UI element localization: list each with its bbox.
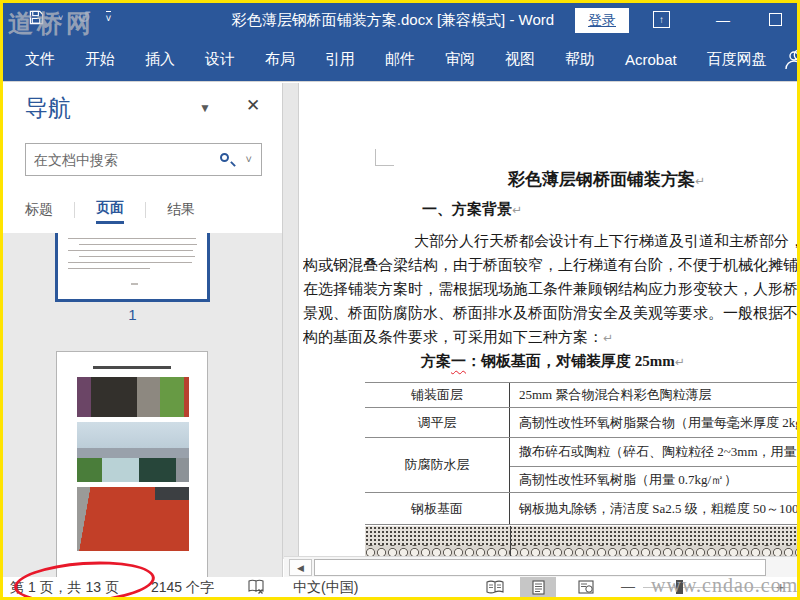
table-cell-label: 钢板基面 xyxy=(365,493,510,524)
paragraph-line: 构或钢混叠合梁结构，由于桥面较窄，上行梯道有台阶，不便于机械化摊铺施工。 xyxy=(303,253,797,277)
tab-help[interactable]: 帮助 xyxy=(550,50,610,69)
scroll-left-arrow[interactable]: ◀ xyxy=(289,559,312,576)
save-icon[interactable] xyxy=(29,10,44,25)
tab-mailings[interactable]: 邮件 xyxy=(370,50,430,69)
web-layout-icon[interactable] xyxy=(568,577,604,597)
table-cell-content: 高韧性改性环氧树脂（用量 0.7kg/㎡） xyxy=(510,467,797,492)
page-thumbnail-1-selected[interactable] xyxy=(55,233,210,302)
table-cell-content: 撒布碎石或陶粒（碎石、陶粒粒径 2~3mm，用量 2kg/平方米） xyxy=(510,438,797,467)
cross-section-diagram-image xyxy=(365,526,797,556)
account-person-icon[interactable] xyxy=(783,49,800,74)
table-divider-extension xyxy=(510,526,511,556)
tab-review[interactable]: 审阅 xyxy=(430,50,490,69)
sign-in-button[interactable]: 登录 xyxy=(575,8,629,33)
navigation-pane-title: 导航 xyxy=(25,93,71,124)
navtab-headings[interactable]: 标题 xyxy=(25,197,53,223)
document-canvas: 彩色薄层钢桥面铺装方案↵ 一、方案背景↵ 大部分人行天桥都会设计有上下行梯道及引… xyxy=(283,83,797,559)
search-dropdown-icon[interactable]: ˅ xyxy=(246,153,252,165)
table-row: 钢板基面 钢板抛丸除锈，清洁度 Sa2.5 级，粗糙度 50～100μm xyxy=(365,493,797,525)
save-dropdown-icon[interactable]: ˅ xyxy=(58,13,63,23)
tab-file[interactable]: 文件 xyxy=(10,50,70,69)
scrollbar-thumb[interactable] xyxy=(314,559,766,576)
navigation-options-caret-icon[interactable]: ▼ xyxy=(199,101,211,115)
window-title: 彩色薄层钢桥面铺装方案.docx [兼容模式] - Word xyxy=(183,11,603,30)
pilcrow-mark: ↵ xyxy=(695,174,705,188)
zoom-slider-track[interactable] xyxy=(643,587,789,588)
undo-icon[interactable]: ↺ xyxy=(77,9,91,26)
tab-design[interactable]: 设计 xyxy=(190,50,250,69)
text-boundary-cropmark xyxy=(375,149,394,166)
status-bar: 第 1 页，共 13 页 2145 个字 中文(中国) — ＋ www.cnda… xyxy=(3,577,797,597)
tab-home[interactable]: 开始 xyxy=(70,50,130,69)
document-paragraph: 大部分人行天桥都会设计有上下行梯道及引道和主桥部分，通常会采用钢结 构或钢混叠合… xyxy=(303,229,797,350)
document-search-box: ˅ xyxy=(25,143,262,176)
document-title-text: 彩色薄层钢桥面铺装方案↵ xyxy=(508,168,705,191)
tab-layout[interactable]: 布局 xyxy=(250,50,310,69)
tab-baidu-netdisk[interactable]: 百度网盘 xyxy=(692,50,782,69)
horizontal-scrollbar: ◀ xyxy=(284,556,797,577)
thumbnail-photo-bridge xyxy=(77,422,189,482)
document-heading-1: 一、方案背景↵ xyxy=(422,200,522,219)
table-cell-content: 钢板抛丸除锈，清洁度 Sa2.5 级，粗糙度 50～100μm xyxy=(510,493,797,524)
pilcrow-mark: ↵ xyxy=(512,203,522,217)
tab-insert[interactable]: 插入 xyxy=(130,50,190,69)
title-bar: ˅ ↺ ˅ 彩色薄层钢桥面铺装方案.docx [兼容模式] - Word 登录 … xyxy=(3,3,797,37)
zoom-out-icon[interactable]: — xyxy=(621,578,635,594)
pilcrow-mark: ↵ xyxy=(603,331,613,345)
pilcrow-mark: ↵ xyxy=(675,355,685,369)
table-row: 防腐防水层 撒布碎石或陶粒（碎石、陶粒粒径 2~3mm，用量 2kg/平方米） … xyxy=(365,438,797,493)
page-count-status[interactable]: 第 1 页，共 13 页 xyxy=(10,579,119,597)
table-cell-label: 调平层 xyxy=(365,408,510,437)
paragraph-line: 大部分人行天桥都会设计有上下行梯道及引道和主桥部分，通常会采用钢结 xyxy=(303,229,797,253)
scheme-1-heading: 方案一：钢板基面，对铺装厚度 25mm↵ xyxy=(421,352,685,371)
table-row: 铺装面层 25mm 聚合物混合料彩色陶粒薄层 xyxy=(365,383,797,408)
word-count-status[interactable]: 2145 个字 xyxy=(151,579,214,597)
table-cell-label: 铺装面层 xyxy=(365,383,510,407)
customize-qat-icon[interactable]: ˅ xyxy=(106,11,112,24)
thumbnail-heading-line xyxy=(93,366,171,369)
print-layout-icon[interactable] xyxy=(520,577,556,597)
page-thumbnail-2[interactable] xyxy=(56,351,208,579)
navigation-pane: 导航 ▼ ✕ ˅ 标题 页面 结果 1 xyxy=(3,83,283,579)
page-thumbnail-list: 1 xyxy=(3,233,282,579)
thumbnail-photo-materials xyxy=(77,377,189,417)
navtab-results[interactable]: 结果 xyxy=(167,197,195,223)
proofing-errors-icon[interactable] xyxy=(248,579,265,597)
spellcheck-squiggle: 一 xyxy=(451,353,466,369)
quick-access-toolbar: ˅ ↺ ˅ xyxy=(29,9,111,26)
ribbon-tab-bar: 文件 开始 插入 设计 布局 引用 邮件 审阅 视图 帮助 Acrobat 百度… xyxy=(3,37,797,82)
ribbon-display-options-icon[interactable]: ↑ xyxy=(653,11,670,28)
paragraph-line: 构的基面及条件要求，可采用如下三种方案：↵ xyxy=(303,325,797,350)
tab-references[interactable]: 引用 xyxy=(310,50,370,69)
search-icon[interactable] xyxy=(220,153,229,162)
tab-acrobat[interactable]: Acrobat xyxy=(610,51,692,68)
navigation-tabs: 标题 页面 结果 xyxy=(25,195,195,224)
table-row: 调平层 高韧性改性环氧树脂聚合物（用量每毫米厚度 2kg/㎡，低洼积水处 xyxy=(365,408,797,438)
navtab-pages[interactable]: 页面 xyxy=(96,195,124,224)
document-page[interactable]: 彩色薄层钢桥面铺装方案↵ 一、方案背景↵ 大部分人行天桥都会设计有上下行梯道及引… xyxy=(298,83,797,559)
maximize-button[interactable] xyxy=(769,13,782,26)
thumbnail-photo-red-pavement xyxy=(77,487,189,551)
navtab-separator xyxy=(74,202,75,218)
paragraph-line: 景观、桥面防腐防水、桥面排水及桥面防滑安全及美观等要求。一般根据不同结 xyxy=(303,301,797,325)
navigation-close-icon[interactable]: ✕ xyxy=(246,95,260,116)
table-cell-stack: 撒布碎石或陶粒（碎石、陶粒粒径 2~3mm，用量 2kg/平方米） 高韧性改性环… xyxy=(510,438,797,492)
paragraph-line: 在选择铺装方案时，需根据现场施工条件兼顾钢结构应力形变较大，人形桥彩色 xyxy=(303,277,797,301)
read-mode-icon[interactable] xyxy=(477,577,513,597)
page-thumbnail-1-number: 1 xyxy=(55,306,210,323)
tab-view[interactable]: 视图 xyxy=(490,50,550,69)
search-input[interactable] xyxy=(34,145,214,174)
navtab-separator xyxy=(145,202,146,218)
minimize-button[interactable]: — xyxy=(713,10,733,30)
table-cell-content: 高韧性改性环氧树脂聚合物（用量每毫米厚度 2kg/㎡，低洼积水处 xyxy=(510,408,797,437)
zoom-slider-thumb[interactable] xyxy=(676,580,683,594)
paving-layers-table: 铺装面层 25mm 聚合物混合料彩色陶粒薄层 调平层 高韧性改性环氧树脂聚合物（… xyxy=(365,382,797,525)
table-cell-content: 25mm 聚合物混合料彩色陶粒薄层 xyxy=(510,383,797,407)
word-window: ˅ ↺ ˅ 彩色薄层钢桥面铺装方案.docx [兼容模式] - Word 登录 … xyxy=(0,0,800,600)
language-status[interactable]: 中文(中国) xyxy=(293,579,358,597)
zoom-in-icon[interactable]: ＋ xyxy=(773,578,788,597)
table-cell-label: 防腐防水层 xyxy=(365,438,510,492)
